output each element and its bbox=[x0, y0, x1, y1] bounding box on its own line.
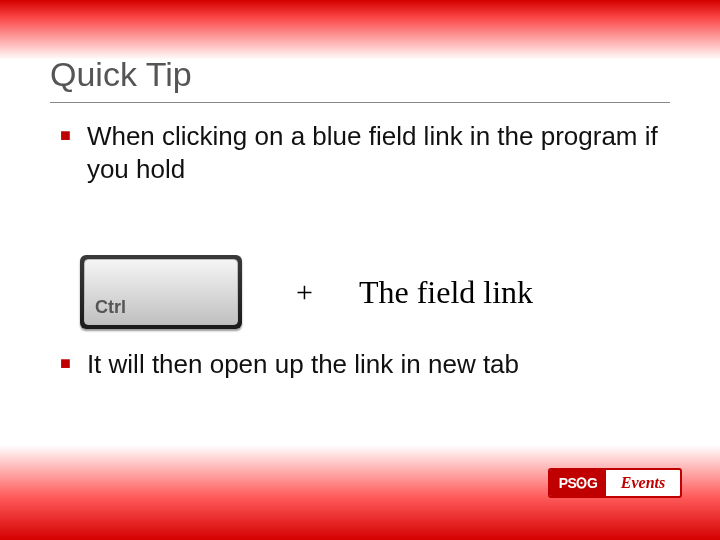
psug-events-logo: PSʘG Events bbox=[548, 468, 682, 498]
top-gradient-band bbox=[0, 0, 720, 60]
body-area-2: ■ It will then open up the link in new t… bbox=[60, 348, 660, 391]
bullet-item: ■ It will then open up the link in new t… bbox=[60, 348, 660, 381]
bullet-text: When clicking on a blue field link in th… bbox=[87, 120, 660, 185]
key-combo-row: Ctrl + The field link bbox=[80, 255, 660, 329]
bullet-mark-icon: ■ bbox=[60, 348, 71, 378]
logo-word: Events bbox=[606, 470, 680, 496]
logo-brand: PSʘG bbox=[550, 470, 606, 496]
field-link-text: The field link bbox=[359, 274, 533, 311]
slide-title: Quick Tip bbox=[50, 55, 192, 94]
title-underline bbox=[50, 102, 670, 103]
ctrl-key-icon: Ctrl bbox=[80, 255, 242, 329]
slide: Quick Tip ■ When clicking on a blue fiel… bbox=[0, 0, 720, 540]
body-area: ■ When clicking on a blue field link in … bbox=[60, 120, 660, 195]
ctrl-key-cap: Ctrl bbox=[84, 259, 238, 325]
plus-sign: + bbox=[296, 275, 313, 309]
bullet-item: ■ When clicking on a blue field link in … bbox=[60, 120, 660, 185]
ctrl-key-label: Ctrl bbox=[95, 297, 126, 318]
bullet-mark-icon: ■ bbox=[60, 120, 71, 150]
bullet-text: It will then open up the link in new tab bbox=[87, 348, 519, 381]
